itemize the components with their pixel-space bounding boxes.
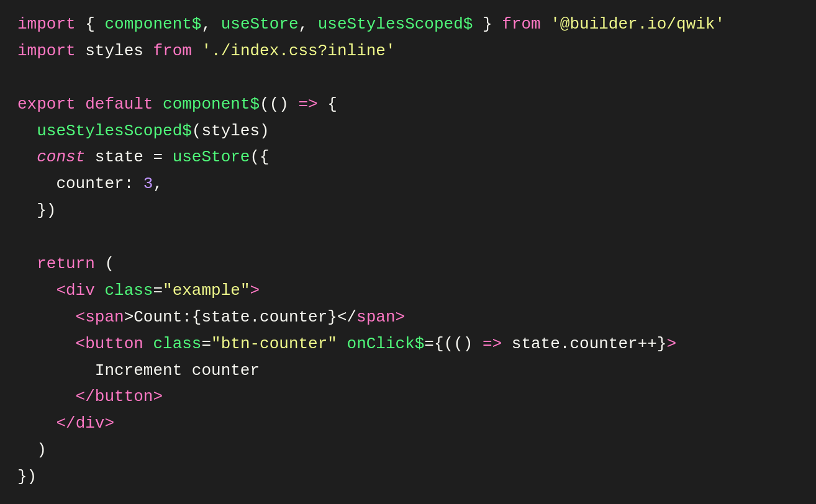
code-line: return ( — [37, 251, 799, 277]
code-token: button — [95, 384, 153, 410]
code-line: counter: 3, — [56, 171, 799, 197]
code-token: >Count:{state.counter}</ — [124, 304, 356, 331]
code-line: useStylesScoped$(styles) — [37, 118, 799, 145]
code-editor: import { component$, useStore, useStyles… — [0, 0, 816, 504]
code-token: const — [37, 144, 85, 171]
code-token: ) — [37, 437, 47, 464]
code-token — [192, 38, 202, 65]
code-token: component$ — [104, 11, 201, 38]
code-token: }) — [37, 197, 56, 224]
code-token: }) — [17, 464, 37, 490]
code-token: < — [56, 277, 66, 304]
code-token: { — [318, 91, 337, 118]
code-line: import { component$, useStore, useStyles… — [17, 11, 799, 38]
code-token: export — [17, 91, 76, 118]
code-line: }) — [37, 197, 799, 224]
code-token: = — [153, 144, 163, 171]
code-token: from — [502, 11, 540, 38]
code-token — [163, 144, 173, 171]
code-token — [95, 277, 105, 304]
blank-line — [17, 224, 799, 251]
code-token: ({ — [250, 144, 269, 171]
code-token: class — [153, 331, 201, 358]
code-token: = — [201, 331, 211, 358]
code-token: onClick$ — [347, 331, 425, 358]
code-token — [143, 331, 153, 358]
code-token — [76, 91, 86, 118]
code-token: ( — [95, 251, 114, 277]
code-token: => — [483, 331, 502, 358]
code-line: <span>Count:{state.counter}</span> — [76, 304, 799, 331]
code-token: > — [153, 384, 163, 410]
code-token: return — [37, 251, 95, 277]
code-token: from — [153, 38, 191, 65]
code-token: useStore — [221, 11, 299, 38]
code-line: export default component$(() => { — [17, 91, 799, 118]
code-token: useStylesScoped$ — [318, 11, 473, 38]
code-token: default — [85, 91, 153, 118]
code-token: = — [153, 277, 163, 304]
code-token: '@builder.io/qwik' — [550, 11, 725, 38]
code-token: useStylesScoped$ — [37, 118, 192, 145]
code-token: span — [356, 304, 395, 331]
code-token: state.counter++} — [502, 331, 666, 358]
code-token: "btn-counter" — [211, 331, 337, 358]
code-token: < — [76, 331, 86, 358]
code-token: { — [76, 11, 105, 38]
code-line: Increment counter — [95, 358, 799, 384]
code-token: : — [124, 171, 143, 197]
blank-line — [17, 65, 799, 91]
code-token: </ — [76, 384, 95, 410]
code-line: </div> — [56, 410, 799, 437]
code-token: (() — [260, 91, 298, 118]
code-token — [541, 11, 551, 38]
code-token: state — [85, 144, 153, 171]
code-token: div — [76, 410, 105, 437]
code-token: (styles) — [192, 118, 270, 145]
code-line: }) — [17, 464, 799, 490]
code-token: import — [17, 38, 76, 65]
code-token: span — [85, 304, 124, 331]
code-token: , — [299, 11, 318, 38]
code-token: => — [299, 91, 318, 118]
code-token: counter — [56, 171, 124, 197]
code-token: Increment counter — [95, 358, 260, 384]
code-line: </button> — [76, 384, 799, 410]
code-token: </ — [56, 410, 75, 437]
code-token: "example" — [163, 277, 250, 304]
code-token: > — [104, 410, 114, 437]
code-token: > — [396, 304, 406, 331]
code-token: 3 — [143, 171, 153, 197]
code-token: < — [76, 304, 86, 331]
code-line: ) — [37, 437, 799, 464]
code-token: } — [473, 11, 502, 38]
code-token: styles — [76, 38, 153, 65]
code-token: class — [104, 277, 153, 304]
code-line: <div class="example"> — [56, 277, 799, 304]
code-token: useStore — [173, 144, 250, 171]
code-token: './index.css?inline' — [201, 38, 395, 65]
code-token: , — [201, 11, 220, 38]
code-token — [153, 91, 163, 118]
code-line: <button class="btn-counter" onClick$={((… — [76, 331, 799, 358]
code-line: const state = useStore({ — [37, 144, 799, 171]
code-token: import — [17, 11, 76, 38]
code-token: ={(() — [424, 331, 483, 358]
code-token: > — [250, 277, 260, 304]
code-token: > — [666, 331, 676, 358]
code-token: button — [85, 331, 143, 358]
code-token: component$ — [163, 91, 260, 118]
code-token — [337, 331, 347, 358]
code-token: , — [153, 171, 163, 197]
code-line: import styles from './index.css?inline' — [17, 38, 799, 65]
code-token: div — [66, 277, 95, 304]
